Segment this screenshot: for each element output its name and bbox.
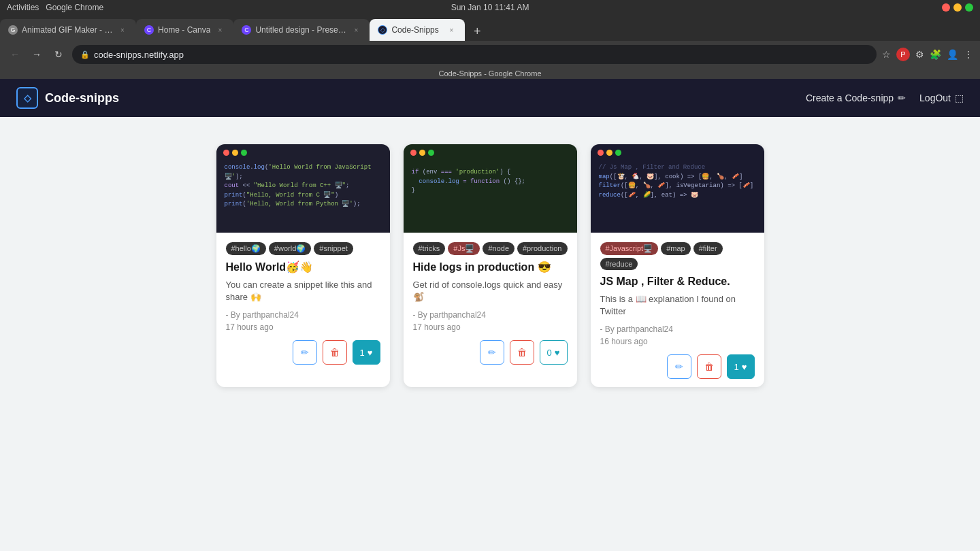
tab-title-4: Code-Snipps (391, 25, 442, 35)
card3-heart-icon: ♥ (742, 362, 747, 372)
dot-green-1 (241, 150, 247, 156)
card1-code-preview[interactable]: console.log('Hello World from JavaScript… (216, 144, 390, 233)
card1-tag-1[interactable]: #hello🌍 (226, 242, 266, 255)
card3-tag-4[interactable]: #reduce (600, 258, 638, 270)
app-header: ◇ Code-snipps Create a Code-snipp ✏ LogO… (0, 79, 980, 117)
card2-edit-button[interactable]: ✏ (480, 340, 504, 365)
logout-link[interactable]: LogOut ⬚ (919, 93, 964, 103)
tab-canva[interactable]: C Home - Canva × (136, 19, 233, 41)
card3-tag-2[interactable]: #map (661, 242, 691, 255)
extensions-icon[interactable]: 🧩 (930, 49, 941, 60)
card2-author: - By parthpanchal24 (413, 310, 568, 320)
dot-red-2 (410, 150, 416, 156)
tab-close-1[interactable]: × (117, 24, 128, 35)
back-button[interactable]: ← (7, 46, 23, 63)
code-preview-dots-3 (598, 150, 621, 156)
card2-tag-2[interactable]: #Js🖥️ (448, 242, 480, 255)
card3-delete-button[interactable]: 🗑 (697, 354, 721, 379)
tab-favicon-3: C (242, 25, 251, 35)
code-line-1: console.log('Hello World from JavaScript… (225, 163, 382, 182)
settings-icon[interactable]: ⚙ (915, 49, 924, 60)
card3-title: JS Map , Filter & Reduce. (600, 276, 755, 288)
main-content: console.log('Hello World from JavaScript… (0, 117, 980, 551)
activities-label[interactable]: Activities (7, 3, 39, 12)
card3-like-button[interactable]: 1 ♥ (727, 354, 755, 379)
app-logo[interactable]: ◇ Code-snipps (16, 87, 119, 109)
card2-tags: #tricks #Js🖥️ #node #production (413, 242, 568, 255)
card-hello-world: console.log('Hello World from JavaScript… (216, 144, 390, 387)
card2-actions: ✏ 🗑 0 ♥ (404, 340, 577, 373)
card1-tags: #hello🌍 #world🌍 #snippet (226, 242, 380, 255)
dot-yellow-3 (606, 150, 612, 156)
logout-icon: ⬚ (955, 93, 964, 103)
card3-code-preview[interactable]: // Js Map , Filter and Reduce map([🐮, 🐔,… (591, 144, 764, 233)
card2-desc: Get rid of console.logs quick and easy🐒 (413, 279, 568, 303)
dot-green-3 (615, 150, 621, 156)
card3-author: - By parthpanchal24 (600, 324, 755, 334)
app-nav: Create a Code-snipp ✏ LogOut ⬚ (806, 93, 964, 103)
code2-line-1: if (env === 'production') { (412, 168, 569, 178)
tab-favicon-2: C (144, 25, 154, 35)
code-preview-dots-2 (410, 150, 434, 156)
code-preview-dots-1 (223, 150, 247, 156)
card1-tag-2[interactable]: #world🌍 (269, 242, 311, 255)
dot-yellow-1 (232, 150, 238, 156)
card2-tag-3[interactable]: #node (483, 242, 514, 255)
card1-delete-button[interactable]: 🗑 (323, 340, 347, 365)
tab-untitled[interactable]: C Untitled design - Presentatio × (233, 19, 370, 41)
minimize-window-button[interactable] (953, 3, 962, 12)
tab-close-3[interactable]: × (350, 24, 361, 35)
tab-codesnipps[interactable]: ◇ Code-Snipps × (370, 19, 465, 41)
lock-icon: 🔒 (80, 50, 90, 59)
code-line-2: cout << "Hello World from C++ 🖥️"; (225, 182, 382, 191)
code3-line-1: map([🐮, 🐔, 🐷], cook) => [🍔, 🍗, 🥓] (599, 173, 756, 182)
app-name: Code-snipps (45, 91, 119, 105)
card2-code-preview[interactable]: if (env === 'production') { console.log … (404, 144, 577, 233)
card1-like-button[interactable]: 1 ♥ (353, 340, 380, 365)
card2-delete-button[interactable]: 🗑 (510, 340, 534, 365)
reload-button[interactable]: ↻ (50, 46, 67, 63)
card1-edit-button[interactable]: ✏ (293, 340, 317, 365)
browser: G Animated GIF Maker - Make G × C Home -… (0, 15, 980, 79)
card1-like-count: 1 (360, 348, 365, 358)
card3-tag-1[interactable]: #Javascript🖥️ (600, 242, 659, 255)
code-line-3: print("Hello, World from C 🖥️") (225, 191, 382, 201)
code3-line-2: filter([🍔, 🍗, 🥓], isVegetarian) => [🥓] (599, 182, 756, 191)
window-title: Code-Snipps - Google Chrome (0, 68, 980, 79)
bookmark-icon[interactable]: ☆ (882, 49, 891, 60)
url-bar[interactable]: 🔒 code-snipps.netlify.app (72, 45, 877, 64)
tab-animated-gif[interactable]: G Animated GIF Maker - Make G × (0, 19, 136, 41)
tab-title-3: Untitled design - Presentatio (255, 25, 346, 35)
card3-body: #Javascript🖥️ #map #filter #reduce JS Ma… (591, 233, 764, 346)
dot-red-3 (598, 150, 604, 156)
card1-tag-3[interactable]: #snippet (314, 242, 353, 255)
create-snipp-link[interactable]: Create a Code-snipp ✏ (806, 93, 906, 103)
os-bar-right (942, 3, 973, 12)
os-bar: Activities Google Chrome Sun Jan 10 11:4… (0, 0, 980, 15)
card3-actions: ✏ 🗑 1 ♥ (591, 354, 764, 387)
card-hide-logs: if (env === 'production') { console.log … (404, 144, 577, 387)
forward-button[interactable]: → (29, 46, 45, 63)
card2-heart-icon: ♥ (555, 348, 560, 358)
edit-icon: ✏ (898, 93, 906, 103)
chrome-menu-icon[interactable]: ⋮ (964, 49, 973, 60)
tab-title-2: Home - Canva (158, 25, 210, 35)
maximize-window-button[interactable] (965, 3, 973, 12)
tab-close-4[interactable]: × (446, 24, 457, 35)
tab-title-1: Animated GIF Maker - Make G (22, 25, 113, 35)
card2-body: #tricks #Js🖥️ #node #production Hide log… (404, 233, 577, 332)
profile-avatar[interactable]: 👤 (947, 49, 958, 60)
cards-grid: console.log('Hello World from JavaScript… (116, 144, 864, 387)
new-tab-button[interactable]: + (468, 22, 487, 41)
close-window-button[interactable] (942, 3, 950, 12)
card2-like-button[interactable]: 0 ♥ (540, 340, 568, 365)
card2-time: 17 hours ago (413, 322, 568, 332)
card2-tag-4[interactable]: #production (517, 242, 568, 255)
tab-bar: G Animated GIF Maker - Make G × C Home -… (0, 15, 980, 41)
card2-tag-1[interactable]: #tricks (413, 242, 446, 255)
card3-edit-button[interactable]: ✏ (667, 354, 691, 379)
code2-line-3: } (412, 186, 569, 196)
card3-tag-3[interactable]: #filter (693, 242, 723, 255)
profile-icon[interactable]: P (896, 48, 910, 61)
tab-close-2[interactable]: × (214, 24, 225, 35)
